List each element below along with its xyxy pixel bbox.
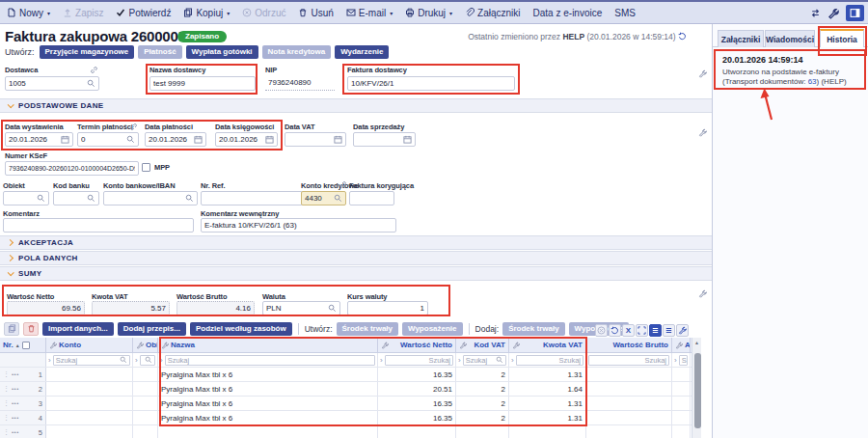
comment-input[interactable] bbox=[3, 218, 194, 233]
sms-button[interactable]: SMS bbox=[614, 8, 636, 18]
link-icon[interactable] bbox=[339, 180, 347, 189]
link-icon[interactable] bbox=[90, 66, 98, 74]
import-data-button[interactable]: Import danych... bbox=[42, 322, 114, 336]
table-row[interactable]: ⋮•••5 bbox=[0, 425, 692, 438]
internal-comment-input[interactable]: E-faktura 10/KFV/26/1 (63) bbox=[201, 218, 396, 233]
section-sums[interactable]: SUMY bbox=[0, 266, 712, 281]
column-header-artykul[interactable]: Artyk bbox=[672, 338, 691, 352]
vat-date-input[interactable] bbox=[285, 132, 346, 147]
create-payment-button[interactable]: Płatność bbox=[138, 45, 181, 59]
wrench-icon[interactable] bbox=[698, 128, 707, 137]
table-row[interactable]: ⋮•••1 Pyralgina Max tbl x 6 16.35 2 1.31 bbox=[0, 368, 692, 382]
calendar-icon[interactable] bbox=[61, 135, 69, 144]
tab-attachments[interactable]: Załączniki bbox=[718, 30, 764, 47]
search-icon[interactable] bbox=[496, 356, 503, 364]
expand-grid-button[interactable] bbox=[636, 324, 648, 337]
refresh-button[interactable] bbox=[609, 324, 621, 337]
correction-invoice-input[interactable] bbox=[349, 191, 394, 205]
side-panel-toggle-button[interactable] bbox=[846, 5, 864, 21]
transport-documents-link[interactable]: 63 bbox=[808, 77, 817, 86]
table-row[interactable]: ⋮•••2 Pyralgina Max tbl x 6 20.51 2 1.64 bbox=[0, 382, 692, 397]
ref-number-input[interactable] bbox=[201, 191, 303, 205]
wrench-icon[interactable] bbox=[49, 342, 57, 349]
swap-arrows-icon[interactable] bbox=[810, 8, 821, 18]
wartosc-brutto-search-cell[interactable]: Szukaj bbox=[586, 353, 672, 367]
nazwa-search-input[interactable]: Szukaj bbox=[165, 355, 375, 366]
row-menu-icon[interactable]: ••• bbox=[12, 415, 19, 421]
column-header-konto[interactable]: Konto bbox=[46, 338, 133, 352]
wrench-icon[interactable] bbox=[512, 342, 520, 349]
attachments-button[interactable]: Załączniki bbox=[465, 8, 520, 18]
payment-term-input[interactable]: 0 bbox=[77, 132, 139, 147]
section-data-fields[interactable]: POLA DANYCH bbox=[0, 251, 712, 265]
calendar-icon[interactable] bbox=[265, 135, 274, 144]
search-icon[interactable] bbox=[185, 194, 194, 203]
wrench-icon[interactable] bbox=[136, 342, 144, 349]
konto-search-cell[interactable]: ›Szukaj bbox=[46, 353, 133, 367]
search-icon[interactable] bbox=[145, 356, 152, 364]
column-header-nr[interactable]: Nr.▲ bbox=[0, 338, 46, 352]
kod-vat-search-cell[interactable]: ›Szukaj bbox=[456, 353, 509, 367]
bank-code-input[interactable] bbox=[53, 191, 99, 205]
create-credit-note-button[interactable]: Nota kredytowa bbox=[262, 45, 332, 59]
row-menu-icon[interactable]: ••• bbox=[12, 371, 19, 377]
calendar-icon[interactable] bbox=[403, 135, 412, 144]
row-menu-icon[interactable]: ••• bbox=[12, 429, 19, 435]
delete-button[interactable]: Usuń bbox=[298, 8, 333, 18]
select-all-checkbox[interactable] bbox=[22, 342, 30, 349]
create-equipment-button[interactable]: Wyposażenie bbox=[402, 322, 463, 336]
chevron-right-icon[interactable]: › bbox=[511, 356, 514, 365]
currency-input[interactable]: PLN bbox=[262, 301, 340, 315]
supplier-input[interactable]: 1005 bbox=[5, 76, 99, 91]
wartosc-netto-search-input[interactable]: Szukaj bbox=[385, 355, 453, 366]
print-button[interactable]: Drukuj▾ bbox=[405, 8, 452, 18]
mpp-checkbox[interactable] bbox=[142, 163, 150, 172]
copy-button[interactable]: Kopiuj▾ bbox=[183, 8, 230, 18]
add-fixed-asset-button[interactable]: Środek trwały bbox=[502, 322, 564, 336]
clear-filter-button[interactable] bbox=[595, 324, 608, 337]
obiekt-search-cell[interactable]: › bbox=[133, 353, 158, 367]
bank-account-input[interactable] bbox=[103, 191, 198, 205]
confirm-button[interactable]: Potwierdź bbox=[116, 8, 171, 18]
supplier-name-input[interactable]: test 9999 bbox=[149, 76, 256, 91]
new-button[interactable]: Nowy▾ bbox=[7, 8, 50, 18]
search-icon[interactable] bbox=[126, 135, 135, 144]
drag-handle-icon[interactable]: ⋮ bbox=[3, 414, 10, 422]
row-menu-icon[interactable]: ••• bbox=[12, 400, 19, 406]
wrench-icon[interactable] bbox=[827, 8, 839, 19]
search-icon[interactable] bbox=[334, 194, 342, 203]
calendar-icon[interactable] bbox=[334, 135, 342, 144]
email-button[interactable]: E-mail▾ bbox=[346, 8, 393, 18]
search-icon[interactable] bbox=[87, 79, 95, 88]
konto-search-input[interactable]: Szukaj bbox=[53, 355, 130, 366]
export-excel-button[interactable]: X bbox=[622, 324, 635, 337]
search-icon[interactable] bbox=[120, 356, 127, 364]
split-by-resources-button[interactable]: Podziel według zasobów bbox=[190, 322, 292, 336]
obiekt-search-input[interactable] bbox=[140, 355, 155, 366]
chevron-right-icon[interactable]: › bbox=[674, 356, 677, 365]
wrench-icon[interactable] bbox=[381, 342, 389, 349]
scroll-up-icon[interactable]: ▲ bbox=[692, 338, 701, 347]
tab-messages[interactable]: Wiadomości bbox=[765, 30, 815, 47]
supplier-invoice-input[interactable]: 10/KFV/26/1 bbox=[347, 76, 515, 91]
drag-handle-icon[interactable]: ⋮ bbox=[3, 385, 10, 393]
column-header-kod-vat[interactable]: Kod VAT bbox=[456, 338, 509, 352]
create-fixed-asset-button[interactable]: Środek trwały bbox=[337, 322, 398, 336]
save-button[interactable]: Zapisz bbox=[63, 8, 103, 18]
credit-account-input[interactable]: 4430 bbox=[301, 191, 346, 205]
column-header-kwota-vat[interactable]: Kwota VAT bbox=[509, 338, 586, 352]
create-event-button[interactable]: Wydarzenie bbox=[335, 45, 389, 59]
sale-date-input[interactable] bbox=[353, 132, 416, 147]
reject-button[interactable]: Odrzuć bbox=[242, 8, 285, 18]
drag-handle-icon[interactable]: ⋮ bbox=[3, 399, 10, 407]
kwota-vat-search-input[interactable]: Szukaj bbox=[516, 355, 583, 366]
search-icon[interactable] bbox=[328, 304, 337, 313]
wrench-icon[interactable] bbox=[698, 289, 707, 298]
wrench-icon[interactable] bbox=[698, 69, 707, 78]
wrench-icon[interactable] bbox=[675, 342, 683, 349]
chevron-right-icon[interactable]: › bbox=[160, 356, 163, 365]
kod-vat-search-input[interactable]: Szukaj bbox=[463, 355, 506, 366]
table-row[interactable]: ⋮•••4 Pyralgina Max tbl x 6 16.35 2 1.31 bbox=[0, 411, 692, 425]
accounting-date-input[interactable]: 20.01.2026 bbox=[215, 132, 278, 147]
column-header-nazwa[interactable]: Nazwa bbox=[158, 338, 378, 352]
